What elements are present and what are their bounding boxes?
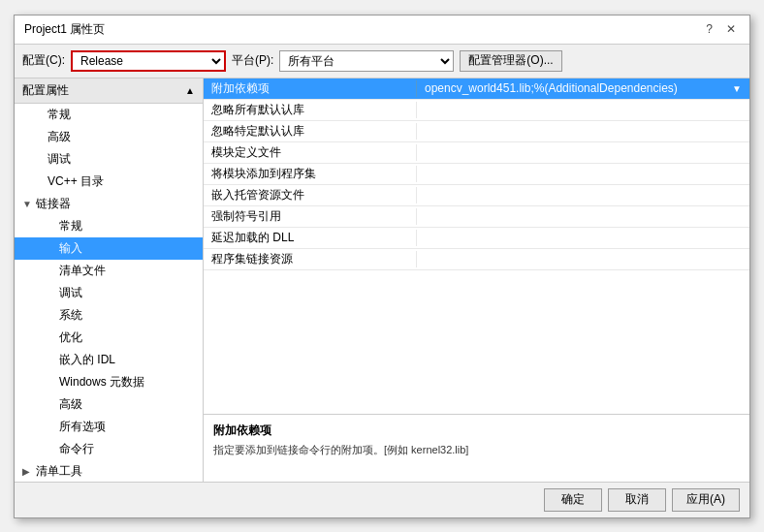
sidebar-item-linker-debug[interactable]: 调试 xyxy=(15,282,203,304)
toolbar: 配置(C): Release 平台(P): 所有平台 配置管理器(O)... xyxy=(15,45,749,78)
sidebar-item-linker-cmd[interactable]: 命令行 xyxy=(15,438,203,460)
sidebar-header-label: 配置属性 xyxy=(22,82,69,99)
close-button[interactable]: ✕ xyxy=(722,22,740,36)
title-bar-buttons: ? ✕ xyxy=(702,22,740,36)
prop-rows-container: 附加依赖项opencv_world451.lib;%(AdditionalDep… xyxy=(204,78,749,270)
tree-expand-icon: ▼ xyxy=(22,199,34,209)
sidebar-item-linker-embedded[interactable]: 嵌入的 IDL xyxy=(15,349,203,371)
sidebar-item-label: 调试 xyxy=(48,152,71,166)
config-select[interactable]: Release xyxy=(71,50,226,72)
desc-title: 附加依赖项 xyxy=(213,422,740,439)
table-row[interactable]: 程序集链接资源 xyxy=(204,249,749,270)
sidebar-tree: 常规高级调试VC++ 目录▼链接器常规输入清单文件调试系统优化嵌入的 IDLWi… xyxy=(15,104,203,482)
bottom-bar: 确定 取消 应用(A) xyxy=(15,482,749,517)
prop-name: 程序集链接资源 xyxy=(204,251,417,267)
tree-expand-icon: ▶ xyxy=(22,466,34,477)
table-row[interactable]: 忽略所有默认认库 xyxy=(204,100,749,121)
sidebar-item-linker-manifest[interactable]: 清单文件 xyxy=(15,260,203,282)
prop-value-text: opencv_world451.lib;%(AdditionalDependen… xyxy=(425,81,732,95)
sidebar-item-label: Windows 元数据 xyxy=(59,375,144,389)
sidebar-collapse-icon[interactable]: ▲ xyxy=(185,85,195,96)
properties-dialog: Project1 属性页 ? ✕ 配置(C): Release 平台(P): 所… xyxy=(14,15,750,518)
sidebar-item-linker-winmeta[interactable]: Windows 元数据 xyxy=(15,371,203,393)
sidebar-item-label: 输入 xyxy=(59,241,82,255)
sidebar-item-label: 优化 xyxy=(59,330,82,344)
prop-value: opencv_world451.lib;%(AdditionalDependen… xyxy=(417,81,749,95)
prop-name: 模块定义文件 xyxy=(204,144,417,161)
sidebar-item-linker[interactable]: ▼链接器 xyxy=(15,193,203,215)
sidebar-item-linker-advanced[interactable]: 高级 xyxy=(15,393,203,416)
title-bar: Project1 属性页 ? ✕ xyxy=(15,16,749,45)
sidebar-item-label: 清单文件 xyxy=(59,264,106,277)
description-panel: 附加依赖项 指定要添加到链接命令行的附加项。[例如 kernel32.lib] xyxy=(204,414,749,482)
sidebar-item-vcpp[interactable]: VC++ 目录 xyxy=(15,171,203,193)
sidebar-item-manifest-tools[interactable]: ▶清单工具 xyxy=(15,460,203,482)
sidebar-item-linker-input[interactable]: 输入 xyxy=(15,237,203,260)
apply-button[interactable]: 应用(A) xyxy=(672,488,740,512)
property-table: 附加依赖项opencv_world451.lib;%(AdditionalDep… xyxy=(204,78,749,414)
config-manager-button[interactable]: 配置管理器(O)... xyxy=(460,50,561,72)
table-row[interactable]: 延迟加载的 DLL xyxy=(204,228,749,249)
sidebar-item-label: 嵌入的 IDL xyxy=(59,353,115,366)
table-row[interactable]: 将模块添加到程序集 xyxy=(204,164,749,185)
platform-select[interactable]: 所有平台 xyxy=(279,50,454,72)
sidebar-item-label: 系统 xyxy=(59,308,82,322)
table-row[interactable]: 嵌入托管资源文件 xyxy=(204,185,749,206)
sidebar-item-label: 链接器 xyxy=(36,197,71,210)
prop-name: 忽略特定默认认库 xyxy=(204,123,417,140)
sidebar-item-advanced[interactable]: 高级 xyxy=(15,126,203,148)
prop-name: 嵌入托管资源文件 xyxy=(204,187,417,203)
desc-text: 指定要添加到链接命令行的附加项。[例如 kernel32.lib] xyxy=(213,443,740,457)
table-row[interactable]: 模块定义文件 xyxy=(204,142,749,164)
main-content: 配置属性 ▲ 常规高级调试VC++ 目录▼链接器常规输入清单文件调试系统优化嵌入… xyxy=(15,78,749,482)
sidebar: 配置属性 ▲ 常规高级调试VC++ 目录▼链接器常规输入清单文件调试系统优化嵌入… xyxy=(15,78,204,482)
prop-name: 忽略所有默认认库 xyxy=(204,102,417,118)
table-row[interactable]: 忽略特定默认认库 xyxy=(204,121,749,142)
sidebar-item-label: 常规 xyxy=(59,219,82,233)
sidebar-header: 配置属性 ▲ xyxy=(15,78,203,104)
sidebar-item-label: 命令行 xyxy=(59,442,94,455)
table-row[interactable]: 附加依赖项opencv_world451.lib;%(AdditionalDep… xyxy=(204,78,749,100)
help-button[interactable]: ? xyxy=(702,22,716,36)
sidebar-item-debug[interactable]: 调试 xyxy=(15,148,203,171)
sidebar-item-general[interactable]: 常规 xyxy=(15,104,203,126)
table-row[interactable]: 强制符号引用 xyxy=(204,206,749,228)
prop-name: 附加依赖项 xyxy=(204,80,417,97)
prop-name: 延迟加载的 DLL xyxy=(204,230,417,246)
sidebar-item-linker-system[interactable]: 系统 xyxy=(15,304,203,327)
prop-name: 强制符号引用 xyxy=(204,208,417,225)
sidebar-item-label: 调试 xyxy=(59,286,82,299)
sidebar-item-label: 高级 xyxy=(59,397,82,411)
cancel-button[interactable]: 取消 xyxy=(608,488,666,512)
prop-value-dropdown-icon[interactable]: ▼ xyxy=(732,83,742,94)
sidebar-item-linker-general[interactable]: 常规 xyxy=(15,215,203,237)
sidebar-item-label: 常规 xyxy=(48,108,71,121)
sidebar-item-label: 高级 xyxy=(48,130,71,143)
right-panel: 附加依赖项opencv_world451.lib;%(AdditionalDep… xyxy=(204,78,749,482)
sidebar-item-linker-all[interactable]: 所有选项 xyxy=(15,416,203,438)
ok-button[interactable]: 确定 xyxy=(544,488,602,512)
sidebar-item-label: VC++ 目录 xyxy=(48,174,104,188)
sidebar-item-label: 所有选项 xyxy=(59,420,106,433)
sidebar-item-linker-optimize[interactable]: 优化 xyxy=(15,327,203,349)
dialog-title: Project1 属性页 xyxy=(24,21,105,38)
prop-name: 将模块添加到程序集 xyxy=(204,166,417,182)
platform-label: 平台(P): xyxy=(232,52,273,69)
sidebar-item-label: 清单工具 xyxy=(36,464,82,478)
config-label: 配置(C): xyxy=(22,52,65,69)
